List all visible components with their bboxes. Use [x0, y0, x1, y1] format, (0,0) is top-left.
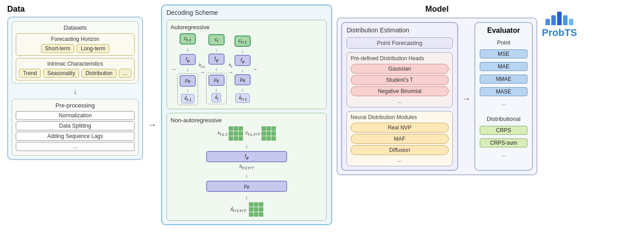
x-hat-t-minus1: x̂t-1	[181, 94, 194, 103]
ar-col-t: ct ↓ fφ ↓ pθ ↓ x̂t	[206, 34, 227, 105]
neural-title: Neural Distribution Modules	[351, 114, 449, 120]
preproc-sequence-lags: Adding Sequence Lags	[16, 132, 135, 141]
non-autoregressive-box: Non-autoregressive xt-L:t ct-L:t+T	[167, 113, 327, 221]
nar-x-grid	[229, 126, 243, 141]
tag-trend: Trend	[19, 69, 41, 78]
eval-mse: MSE	[480, 49, 527, 58]
ar-title: Autoregressive	[171, 24, 323, 31]
tag-dots-intrinsic: ...	[119, 69, 131, 78]
tag-gaussian: Gaussian	[351, 64, 449, 74]
nar-x-label: xt-L:t	[217, 130, 227, 137]
eval-crps: CRPS	[480, 126, 527, 135]
evaluator-title: Evaluator	[480, 27, 527, 35]
model-inner-box: Distribution Estimation Point Forecastin…	[337, 18, 537, 175]
dashed-box-t-minus1: pθ ↓ x̂t-1	[177, 73, 198, 105]
tag-short-term: Short-term	[41, 44, 75, 53]
data-outer-box: Datasets Forecasting Horizon Short-term …	[7, 17, 143, 160]
tag-diffusion: Diffusion	[351, 145, 449, 155]
dist-estimation-title: Distribution Estimation	[347, 27, 453, 34]
datasets-box: Datasets Forecasting Horizon Short-term …	[12, 21, 139, 84]
point-forecasting-box: Point Forecasting	[347, 37, 453, 49]
nar-title: Non-autoregressive	[171, 117, 323, 124]
ar-arrow-end: →	[252, 66, 257, 72]
logo-area: ProbTS	[542, 4, 577, 39]
decoding-section: Decoding Scheme Autoregressive → ct-1 ↓ …	[161, 4, 332, 225]
datasets-title: Datasets	[16, 24, 135, 31]
nar-c-grid	[261, 126, 276, 141]
ar-col-t-plus1: ct+1 ↓ fφ ↓ pθ ↓ x̂t+1	[234, 36, 251, 103]
p-theta-t-plus1: pθ	[234, 74, 251, 85]
tag-real-nvp: Real NVP	[351, 123, 449, 133]
data-section: Data Datasets Forecasting Horizon Short-…	[7, 4, 143, 160]
tag-student-t: Student’s T	[351, 75, 449, 85]
forecasting-horizon-title: Forecasting Horizon	[19, 36, 131, 42]
ar-col-t-minus1: ct-1 ↓ fφ ↓ pθ ↓ x̂t-1	[177, 33, 198, 105]
nar-diagram: xt-L:t ct-L:t+T	[171, 126, 323, 217]
autoregressive-box: Autoregressive → ct-1 ↓ fφ ↓ pθ ↓ x̂t-1	[167, 20, 327, 109]
decoding-title: Decoding Scheme	[167, 9, 327, 16]
predefined-title: Pre-defined Distribution Heads	[351, 55, 449, 62]
predefined-box: Pre-defined Distribution Heads Gaussian …	[347, 52, 453, 107]
intrinsic-tags: Trend Seasonality Distribution ...	[19, 69, 131, 78]
preproc-normalization: Normalization	[16, 111, 135, 120]
nar-arrow-down3: ↓	[245, 194, 248, 200]
preproc-dots: ...	[16, 142, 135, 151]
eval-crps-sum: CRPS-sum	[480, 138, 527, 147]
logo-bar-5	[569, 19, 573, 25]
c-t-plus1: ct+1	[234, 36, 251, 47]
tag-seasonality: Seasonality	[43, 69, 79, 78]
logo-bar-4	[563, 15, 567, 25]
h-arrow-t-minus1: ht-1 →	[199, 63, 205, 76]
model-wrapper: Model Distribution Estimation Point Fore…	[337, 4, 537, 175]
evaluator-section: Evaluator Point MSE MAE NMAE MASE ... Di…	[474, 22, 533, 171]
neural-dots: ...	[351, 156, 449, 163]
logo-prob: Prob	[542, 27, 564, 38]
f-phi-t-plus1: fφ	[234, 55, 251, 66]
c-t: ct	[208, 34, 225, 45]
logo-ts: TS	[564, 27, 577, 38]
eval-mase: MASE	[480, 87, 527, 96]
predefined-dots: ...	[351, 98, 449, 104]
x-hat-t: x̂t	[212, 93, 221, 102]
logo-text: ProbTS	[542, 27, 577, 39]
nar-input-row: xt-L:t ct-L:t+T	[217, 126, 276, 141]
nar-arrow-down2: ↓	[245, 172, 248, 179]
f-phi-t-minus1: fφ	[180, 54, 196, 65]
logo-bars	[545, 9, 573, 25]
f-phi-t: fφ	[208, 53, 225, 65]
neural-box: Neural Distribution Modules Real NVP MAF…	[347, 111, 453, 166]
intrinsic-characteristics-title: Intrinsic Characteristics	[19, 61, 131, 67]
arrow-data-preproc: ↓	[12, 87, 139, 95]
preprocessing-title: Pre-processing	[16, 102, 135, 109]
logo-bar-1	[545, 19, 550, 25]
arrow-data-decoding: →	[148, 111, 157, 130]
tag-negative-binomial: Negative Binomial	[351, 86, 449, 96]
p-theta-t-minus1: pθ	[180, 75, 196, 86]
logo-bar-2	[551, 15, 556, 25]
eval-mae: MAE	[480, 62, 527, 71]
eval-nmae: NMAE	[480, 75, 527, 84]
distribution-estimation-section: Distribution Estimation Point Forecastin…	[341, 22, 458, 171]
x-hat-t-plus1: x̂t+1	[235, 93, 250, 103]
nar-f-phi: fφ	[206, 151, 287, 162]
tag-long-term: Long-term	[77, 44, 109, 53]
logo-bar-3	[557, 12, 562, 25]
nar-h-label: ht+1:t+T	[239, 164, 254, 170]
forecasting-horizon-tags: Short-term Long-term	[19, 44, 131, 53]
nar-xhat-label: x̂t+1:t+T	[230, 206, 246, 213]
p-theta-t: pθ	[208, 75, 225, 86]
eval-point-dots: ...	[480, 100, 527, 107]
evaluator-distributional-label: Distributional	[480, 116, 527, 122]
h-arrow-t: ht →	[228, 63, 234, 76]
ar-arrow-start: →	[171, 66, 176, 72]
nar-p-theta: pθ	[206, 181, 287, 192]
dashed-box-t: pθ ↓ x̂t	[206, 73, 227, 104]
nar-c-label: ct-L:t+T	[246, 130, 260, 137]
ar-diagram: → ct-1 ↓ fφ ↓ pθ ↓ x̂t-1	[171, 33, 323, 105]
nar-output-grid	[249, 202, 263, 217]
tag-distribution: Distribution	[81, 69, 117, 78]
arrow-dist-eval: →	[462, 22, 471, 171]
preprocessing-box: Pre-processing Normalization Data Splitt…	[12, 99, 139, 156]
data-title: Data	[7, 4, 143, 14]
nar-output-row: x̂t+1:t+T	[230, 202, 263, 217]
